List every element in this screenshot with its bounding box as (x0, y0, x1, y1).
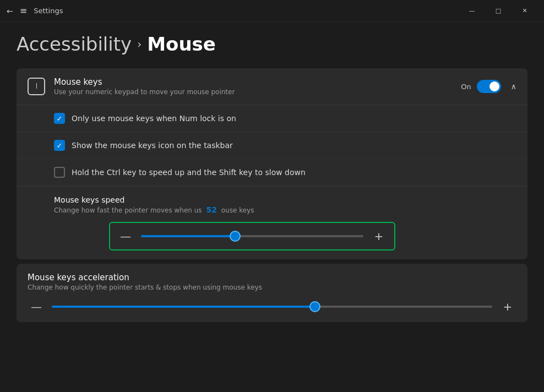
acceleration-slider-row: — + (28, 300, 516, 313)
checkmark-icon: ✓ (57, 142, 63, 149)
window-title: Settings (34, 7, 453, 15)
taskbar-label: Show the mouse keys icon on the taskbar (72, 141, 233, 150)
speed-desc-after: ouse keys (221, 206, 254, 214)
acceleration-slider[interactable] (52, 306, 492, 308)
speed-section: Mouse keys speed Change how fast the poi… (17, 186, 527, 259)
ctrlshift-row: Hold the Ctrl key to speed up and the Sh… (17, 159, 527, 186)
numlock-checkbox[interactable]: ✓ (54, 113, 65, 124)
speed-decrease-button[interactable]: — (117, 227, 134, 245)
mousekeys-description: Use your numeric keypad to move your mou… (54, 88, 452, 96)
back-button[interactable]: ← (7, 7, 13, 15)
ctrlshift-checkbox[interactable] (54, 167, 65, 178)
titlebar: ← ≡ Settings — □ ✕ (0, 0, 544, 22)
minimize-button[interactable]: — (459, 2, 485, 20)
mousekeys-card: Mouse keys Use your numeric keypad to mo… (17, 68, 527, 259)
window-controls: — □ ✕ (459, 2, 537, 20)
speed-description: Change how fast the pointer moves when u… (54, 205, 516, 214)
speed-slider-container: — + (109, 222, 395, 251)
main-content: Accessibility › Mouse Mouse keys Use you… (0, 22, 544, 392)
breadcrumb: Accessibility › Mouse (17, 33, 527, 55)
toggle-label: On (461, 83, 471, 91)
breadcrumb-accessibility[interactable]: Accessibility (17, 33, 132, 55)
acceleration-increase-button[interactable]: + (499, 300, 516, 313)
taskbar-checkbox[interactable]: ✓ (54, 140, 65, 151)
toggle-container: On ∧ (461, 80, 516, 93)
mousekeys-header[interactable]: Mouse keys Use your numeric keypad to mo… (17, 68, 527, 105)
acceleration-section: Mouse keys acceleration Change how quick… (17, 264, 527, 322)
expanded-content: ✓ Only use mouse keys when Num lock is o… (17, 105, 527, 259)
speed-increase-button[interactable]: + (370, 227, 388, 245)
mouse-icon (28, 78, 45, 95)
numlock-row: ✓ Only use mouse keys when Num lock is o… (17, 105, 527, 132)
speed-desc-before: Change how fast the pointer moves when u… (54, 206, 202, 214)
speed-slider[interactable] (141, 235, 363, 237)
acceleration-decrease-button[interactable]: — (28, 300, 45, 313)
acceleration-description: Change how quickly the pointer starts & … (28, 284, 516, 291)
menu-button[interactable]: ≡ (20, 6, 27, 16)
breadcrumb-current-page: Mouse (147, 33, 216, 55)
checkmark-icon: ✓ (57, 115, 63, 122)
close-button[interactable]: ✕ (512, 2, 537, 20)
mousekeys-title: Mouse keys (54, 77, 452, 87)
acceleration-title: Mouse keys acceleration (28, 273, 516, 282)
toggle-thumb (489, 81, 499, 91)
taskbar-row: ✓ Show the mouse keys icon on the taskba… (17, 132, 527, 159)
ctrlshift-label: Hold the Ctrl key to speed up and the Sh… (72, 168, 306, 177)
mouse-icon-body (36, 83, 37, 89)
mousekeys-text: Mouse keys Use your numeric keypad to mo… (54, 77, 452, 96)
breadcrumb-chevron-icon: › (137, 37, 142, 51)
numlock-label: Only use mouse keys when Num lock is on (72, 114, 236, 123)
expand-chevron-icon[interactable]: ∧ (511, 82, 516, 91)
speed-title: Mouse keys speed (54, 195, 516, 204)
speed-value: 52 (206, 205, 216, 214)
maximize-button[interactable]: □ (486, 2, 511, 20)
mousekeys-toggle[interactable] (477, 80, 501, 93)
